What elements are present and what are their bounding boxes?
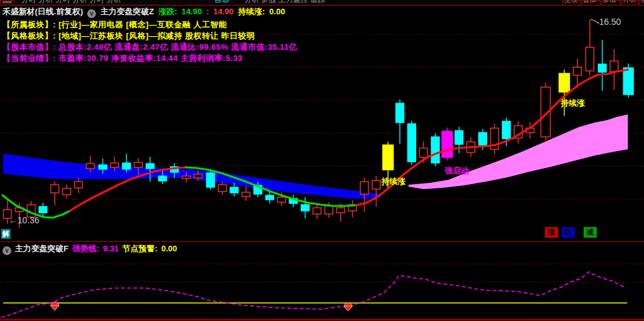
- annotation-strong-start: 强启动: [445, 165, 469, 177]
- strong-line-label: 强势线:: [72, 244, 99, 253]
- sub-indicator-name[interactable]: 主力变盘突破F: [15, 244, 69, 253]
- zhang-button[interactable]: 涨: [545, 227, 558, 238]
- change-down-value: 14.90: [213, 7, 234, 16]
- annotation-continuous-rise-2: 持续涨: [561, 98, 585, 109]
- chevron-down-icon[interactable]: v: [87, 9, 96, 18]
- chevron-down-icon-sub[interactable]: v: [2, 246, 11, 255]
- node-alert-label: 节点预警:: [123, 244, 158, 253]
- change-up-value: 14.90: [182, 7, 202, 16]
- cai-button[interactable]: 财: [562, 227, 575, 238]
- top-menu-bar: 分时 分析 分时 分析 分时 分析 自选 分析 多股 主力监控 追踪: [0, 0, 644, 6]
- app-window: 分时 分析 分时 分析 分时 分析 自选 分析 多股 主力监控 追踪 交收 叠加…: [0, 0, 644, 321]
- change-separator: :: [206, 7, 209, 16]
- main-indicator-name[interactable]: 主力变盘突破Z: [100, 7, 154, 16]
- jian-button[interactable]: 减: [584, 227, 597, 238]
- menu-box-3[interactable]: 多股: [601, 0, 620, 6]
- title-row: 禾盛新材(日线.前复权)v主力变盘突破Z涨跌:14.90:14.90持续涨:0.…: [2, 6, 290, 18]
- sub-panel-header: v主力变盘突破F强势线:9.31节点预警:0.00: [2, 243, 181, 255]
- strong-line-value: 9.31: [103, 244, 118, 253]
- info-line-style: 【风格板块】: [地域]—江苏板块 [风格]—拟减持 股权转让 昨日较弱: [2, 30, 255, 42]
- annotation-continuous-rise-1: 持续涨: [381, 176, 405, 187]
- info-line-performance: 【当前业绩】: 市盈率:30.79 净资收益率:14.44 主营利润率:5.33: [2, 53, 243, 64]
- menu-box-1[interactable]: 交收: [562, 0, 580, 6]
- info-line-capital: 【股本市值】: 总股本:2.48亿 流通盘:2.47亿 流通比:99.65% 流…: [2, 42, 298, 53]
- streak-label: 持续涨:: [238, 7, 265, 16]
- menu-box-4[interactable]: 分析: [621, 0, 638, 6]
- node-alert-value: 0.00: [161, 244, 177, 253]
- jie-button[interactable]: 解: [1, 229, 11, 239]
- hamburger-menu-icon[interactable]: [0, 0, 14, 6]
- low-price-label: ←10.36: [9, 215, 39, 225]
- gem-icon: [50, 302, 59, 310]
- change-label: 涨跌:: [158, 7, 177, 16]
- gem-icon: [344, 303, 353, 311]
- menu-fragment-active[interactable]: 自选: [214, 0, 229, 5]
- menu-box-5[interactable]: 画线: [639, 0, 644, 6]
- info-line-sector: 【所属板块】: [行业]—家用电器 [概念]—互联金融 人工智能: [2, 19, 227, 30]
- streak-value: 0.00: [269, 7, 285, 16]
- menu-fragment-a[interactable]: 分时 分析 分时 分析 分时 分析: [21, 0, 121, 5]
- stock-title: 禾盛新材(日线.前复权): [2, 7, 83, 16]
- high-price-label: 16.50: [599, 17, 621, 27]
- menu-fragment-b[interactable]: 分析 多股 主力监控 追踪: [244, 0, 325, 5]
- menu-box-2[interactable]: 叠加: [581, 0, 600, 6]
